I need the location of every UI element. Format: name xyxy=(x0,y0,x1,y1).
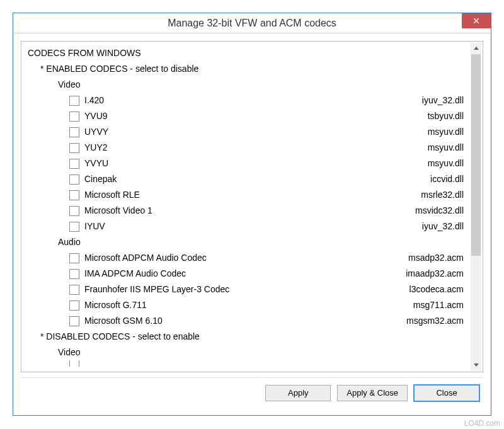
codec-list-panel: CODECS FROM WINDOWS* ENABLED CODECS - se… xyxy=(21,41,483,372)
scroll-down-arrow-icon[interactable] xyxy=(471,360,481,370)
codec-list: CODECS FROM WINDOWS* ENABLED CODECS - se… xyxy=(28,45,483,368)
window-close-button[interactable] xyxy=(462,13,491,28)
codec-file: tsbyuv.dll xyxy=(428,108,469,124)
codec-name: Microsoft GSM 6.10 xyxy=(84,313,163,329)
scroll-up-arrow-icon[interactable] xyxy=(471,43,481,54)
watermark-text: LO4D.com xyxy=(464,419,500,428)
codec-row: Microsoft ADPCM Audio Codecmsadp32.acm xyxy=(28,250,469,266)
apply-button[interactable]: Apply xyxy=(265,385,331,401)
titlebar: Manage 32-bit VFW and ACM codecs xyxy=(13,13,491,33)
codec-checkbox[interactable] xyxy=(69,159,79,169)
codec-checkbox[interactable] xyxy=(69,96,79,106)
codec-row: IMA ADPCM Audio Codecimaadp32.acm xyxy=(28,266,469,282)
codec-checkbox[interactable] xyxy=(69,190,79,200)
codec-checkbox[interactable] xyxy=(69,285,79,295)
codec-file: msadp32.acm xyxy=(408,250,469,266)
codec-name: I.420 xyxy=(84,93,104,108)
codec-row-cutoff xyxy=(28,360,469,367)
codec-row: Cinepakiccvid.dll xyxy=(28,171,469,187)
codec-name: IMA ADPCM Audio Codec xyxy=(84,266,186,282)
close-icon xyxy=(473,18,479,24)
tree-heading: Video xyxy=(28,77,469,93)
heading-label: * DISABLED CODECS - select to enable xyxy=(40,329,200,345)
codec-row: I.420iyuv_32.dll xyxy=(28,93,469,108)
codec-name: YVU9 xyxy=(84,108,108,124)
codec-checkbox[interactable] xyxy=(69,316,79,326)
vertical-scrollbar[interactable] xyxy=(471,43,481,370)
heading-label: Audio xyxy=(58,234,81,250)
codec-file: msrle32.dll xyxy=(421,187,469,203)
apply-and-close-button[interactable]: Apply & Close xyxy=(337,385,408,401)
codec-file: msyuv.dll xyxy=(428,156,469,171)
codec-row: YVYUmsyuv.dll xyxy=(28,156,469,171)
dialog-window: Manage 32-bit VFW and ACM codecs CODECS … xyxy=(13,13,491,416)
codec-row: Microsoft GSM 6.10msgsm32.acm xyxy=(28,313,469,329)
codec-checkbox[interactable] xyxy=(69,222,79,232)
codec-name: YVYU xyxy=(84,156,108,171)
codec-file: msyuv.dll xyxy=(428,124,469,140)
codec-file: imaadp32.acm xyxy=(406,266,469,282)
codec-name: UYVY xyxy=(84,124,108,140)
codec-name: Microsoft G.711 xyxy=(84,297,147,313)
codec-checkbox[interactable] xyxy=(69,269,79,279)
codec-checkbox[interactable] xyxy=(69,112,79,122)
codec-name: Cinepak xyxy=(84,171,117,187)
codec-checkbox[interactable] xyxy=(69,253,79,263)
codec-file: iyuv_32.dll xyxy=(422,219,469,234)
codec-file: iyuv_32.dll xyxy=(422,93,469,108)
tree-heading: * ENABLED CODECS - select to disable xyxy=(28,61,469,77)
button-row: Apply Apply & Close Close xyxy=(21,377,483,408)
tree-heading: * DISABLED CODECS - select to enable xyxy=(28,329,469,345)
codec-checkbox[interactable] xyxy=(69,174,79,185)
codec-name: Microsoft Video 1 xyxy=(84,203,152,219)
codec-row: UYVYmsyuv.dll xyxy=(28,124,469,140)
codec-checkbox[interactable] xyxy=(69,127,79,137)
codec-row: YVU9tsbyuv.dll xyxy=(28,108,469,124)
tree-heading: Video xyxy=(28,345,469,360)
codec-row: Fraunhofer IIS MPEG Layer-3 Codecl3codec… xyxy=(28,282,469,297)
codec-row: Microsoft G.711msg711.acm xyxy=(28,297,469,313)
codec-name: IYUV xyxy=(84,219,105,234)
codec-file: msg711.acm xyxy=(413,297,469,313)
codec-checkbox[interactable] xyxy=(69,206,79,216)
codec-row: IYUViyuv_32.dll xyxy=(28,219,469,234)
tree-heading: Audio xyxy=(28,234,469,250)
codec-file: msyuv.dll xyxy=(428,140,469,156)
tree-heading: CODECS FROM WINDOWS xyxy=(28,45,469,61)
codec-row: YUY2msyuv.dll xyxy=(28,140,469,156)
codec-file: l3codeca.acm xyxy=(410,282,469,297)
heading-label: * ENABLED CODECS - select to disable xyxy=(40,61,198,77)
codec-row: Microsoft Video 1msvidc32.dll xyxy=(28,203,469,219)
window-title: Manage 32-bit VFW and ACM codecs xyxy=(168,18,336,29)
codec-checkbox[interactable] xyxy=(69,300,79,311)
codec-checkbox[interactable] xyxy=(69,360,79,367)
codec-row: Microsoft RLEmsrle32.dll xyxy=(28,187,469,203)
heading-label: Video xyxy=(58,77,81,93)
heading-label: Video xyxy=(58,345,81,360)
codec-name: YUY2 xyxy=(84,140,108,156)
codec-name: Fraunhofer IIS MPEG Layer-3 Codec xyxy=(84,282,229,297)
close-button[interactable]: Close xyxy=(414,385,479,401)
codec-checkbox[interactable] xyxy=(69,143,79,153)
codec-file: msvidc32.dll xyxy=(415,203,469,219)
codec-file: msgsm32.acm xyxy=(406,313,469,329)
codec-file: iccvid.dll xyxy=(430,171,469,187)
codec-name: Microsoft ADPCM Audio Codec xyxy=(84,250,207,266)
content-area: CODECS FROM WINDOWS* ENABLED CODECS - se… xyxy=(13,33,491,415)
codec-name: Microsoft RLE xyxy=(84,187,140,203)
scroll-thumb[interactable] xyxy=(471,54,481,256)
heading-label: CODECS FROM WINDOWS xyxy=(28,45,141,61)
